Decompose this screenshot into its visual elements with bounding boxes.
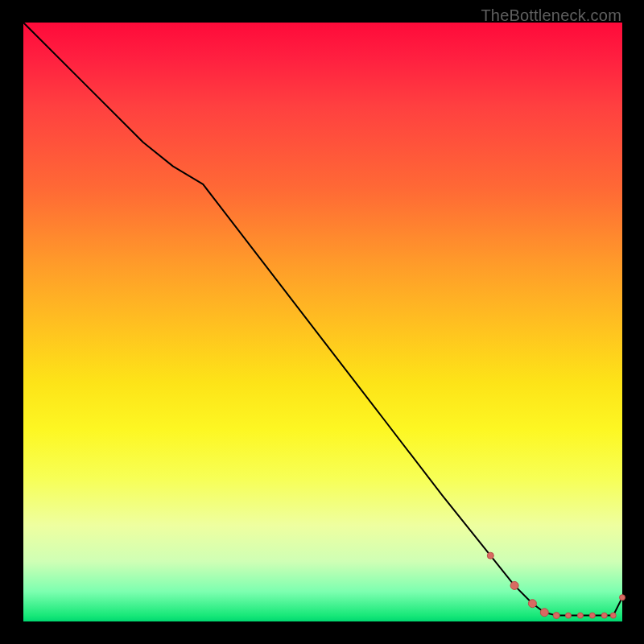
data-point <box>610 613 616 618</box>
data-point <box>553 613 559 619</box>
data-point <box>620 595 625 601</box>
data-point <box>589 613 595 618</box>
data-point <box>566 613 572 618</box>
chart-svg <box>23 23 622 621</box>
chart-container: TheBottleneck.com <box>0 0 644 644</box>
bottleneck-curve <box>23 23 622 616</box>
data-point <box>510 581 518 589</box>
data-points <box>487 552 625 618</box>
data-point <box>487 552 493 559</box>
data-point <box>528 600 536 608</box>
data-point <box>540 609 548 617</box>
data-point <box>577 613 583 618</box>
data-point <box>601 613 607 618</box>
